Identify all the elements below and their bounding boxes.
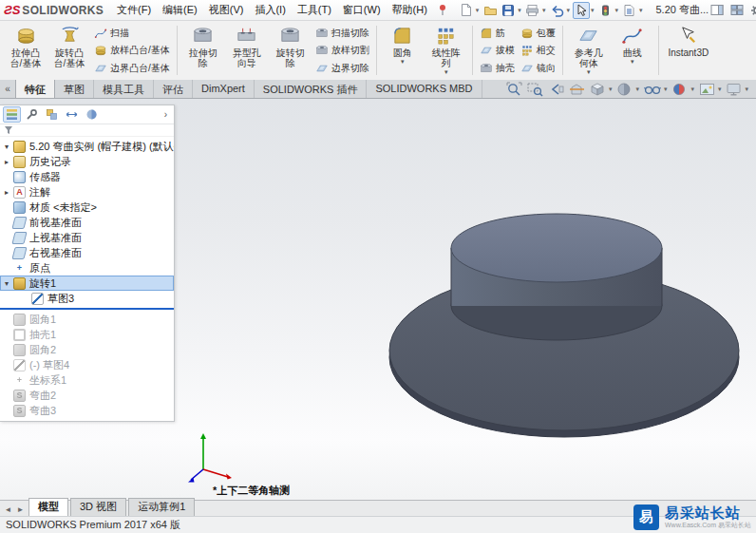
task-pane-icon[interactable] [709,2,726,19]
dimxpert-manager-tab-icon[interactable] [63,106,81,123]
tab-dimxpert[interactable]: DimXpert [193,80,255,98]
reference-geometry-button[interactable]: 参考几 何体 ▾ [567,22,611,79]
tree-item-shell1[interactable]: 抽壳1 [0,327,174,342]
tree-item-annotations[interactable]: ▸ A 注解 [0,184,174,200]
feature-manager-tab-icon[interactable] [3,106,21,123]
sweep-button[interactable]: 扫描 [91,25,173,41]
wrap-button[interactable]: 包覆 [518,25,558,41]
tree-item-fillet2[interactable]: 圆角2 [0,342,174,357]
hole-wizard-button[interactable]: 异型孔 向导 [225,22,269,79]
display-style-icon[interactable] [614,81,634,98]
menu-help[interactable]: 帮助(H) [387,0,433,20]
dropdown-caret[interactable]: ▾ [542,7,546,14]
dropdown-caret[interactable]: ▾ [614,7,618,14]
dropdown-caret[interactable]: ▾ [631,58,634,65]
dropdown-caret[interactable]: ▾ [587,68,591,75]
zoom-area-icon[interactable] [525,81,545,98]
tree-item-history[interactable]: ▸ 历史记录 [0,154,174,169]
pin-menu-icon[interactable] [438,4,447,16]
boundary-cut-button[interactable]: 边界切除 [312,60,372,76]
tree-item-coordsys1[interactable]: + 坐标系1 [0,372,174,388]
dropdown-caret[interactable]: ▾ [591,7,595,14]
draft-button[interactable]: 拔模 [477,43,518,59]
tab-sketch[interactable]: 草图 [55,80,94,98]
display-manager-tab-icon[interactable] [83,106,101,123]
new-document-icon[interactable] [458,2,475,19]
dropdown-caret[interactable]: ▾ [745,86,748,93]
menu-view[interactable]: 视图(V) [203,0,250,20]
lofted-cut-button[interactable]: 放样切割 [312,43,372,59]
property-manager-tab-icon[interactable] [23,106,41,123]
save-icon[interactable] [500,2,517,19]
tab-features[interactable]: 特征 [15,80,55,98]
expand-arrow[interactable]: ▸ [5,158,13,166]
edit-appearance-icon[interactable] [670,81,690,98]
extrude-boss-button[interactable]: 拉伸凸 台/基体 [4,22,47,79]
tree-item-sketch4[interactable]: (-) 草图4 [0,357,174,372]
expand-arrow[interactable]: ▸ [5,188,13,197]
hide-show-items-icon[interactable] [642,81,663,98]
print-icon[interactable] [524,2,541,19]
fillet-button[interactable]: 圆角 ▾ [381,22,425,79]
configuration-manager-tab-icon[interactable] [43,106,61,123]
loft-button[interactable]: 放样凸台/基体 [91,43,173,59]
tree-item-revolve1[interactable]: ▾ 旋转1 [0,276,174,291]
view-orientation-icon[interactable] [588,81,608,98]
undo-icon[interactable] [548,2,565,19]
tree-item-right-plane[interactable]: 右视基准面 [0,245,174,260]
menu-edit[interactable]: 编辑(E) [157,0,203,20]
tree-item-material[interactable]: 材质 <未指定> [0,200,174,215]
rollback-bar[interactable] [0,308,174,310]
tree-item-flex2[interactable]: S 弯曲2 [0,388,174,403]
select-arrow-icon[interactable] [573,2,590,19]
tab-addins[interactable]: SOLIDWORKS 插件 [255,80,368,98]
boundary-boss-button[interactable]: 边界凸台/基体 [91,60,173,76]
tab-mold-tools[interactable]: 模具工具 [94,80,154,98]
tabs-scroll-right-icon[interactable]: ► [14,505,27,516]
collapse-ribbon-icon[interactable]: « [0,80,15,98]
file-properties-icon[interactable] [621,2,638,19]
dropdown-caret[interactable]: ▾ [401,58,405,65]
menu-tools[interactable]: 工具(T) [292,0,337,20]
dropdown-caret[interactable]: ▾ [566,7,570,14]
apply-scene-icon[interactable] [697,81,717,98]
tree-filter-row[interactable] [0,124,174,137]
tree-item-sensors[interactable]: 传感器 [0,169,174,184]
dropdown-caret[interactable]: ▾ [664,86,668,93]
options-gear-icon[interactable] [748,2,756,19]
panel-flyout-arrow[interactable]: › [161,109,171,120]
tree-item-top-plane[interactable]: 上视基准面 [0,230,174,245]
extrude-cut-button[interactable]: 拉伸切 除 [181,22,225,79]
expand-arrow[interactable]: ▾ [5,279,13,288]
menu-file[interactable]: 文件(F) [111,0,157,20]
linear-pattern-button[interactable]: 线性阵 列 ▾ [425,22,468,79]
dropdown-caret[interactable]: ▾ [518,7,521,14]
zoom-fit-icon[interactable] [504,81,524,98]
shell-button[interactable]: 抽壳 [477,60,518,76]
tree-item-flex3[interactable]: S 弯曲3 [0,403,174,418]
curves-button[interactable]: 曲线 ▾ [611,22,654,79]
instant3d-button[interactable]: Instant3D [663,22,714,79]
tab-motion-study[interactable]: 运动算例1 [128,498,195,516]
view-settings-icon[interactable] [724,81,744,98]
tab-3d-views[interactable]: 3D 视图 [70,498,126,516]
swept-cut-button[interactable]: 扫描切除 [312,25,372,41]
dropdown-caret[interactable]: ▾ [639,7,643,14]
rib-button[interactable]: 筋 [477,25,518,41]
tabs-scroll-left-icon[interactable]: ◄ [2,505,14,516]
menu-window[interactable]: 窗口(W) [337,0,387,20]
window-layout-icon[interactable] [728,2,746,19]
previous-view-icon[interactable] [546,81,566,98]
tab-model[interactable]: 模型 [28,498,68,516]
expand-arrow[interactable]: ▾ [5,143,13,151]
revolve-cut-button[interactable]: 旋转切 除 [269,22,312,79]
dropdown-caret[interactable]: ▾ [609,86,613,93]
dropdown-caret[interactable]: ▾ [635,86,639,93]
dropdown-caret[interactable]: ▾ [476,7,480,14]
dropdown-caret[interactable]: ▾ [718,86,722,93]
menu-insert[interactable]: 插入(I) [249,0,291,20]
dropdown-caret[interactable]: ▾ [444,68,448,75]
tree-item-part-root[interactable]: ▾ 5.20 弯曲实例 (帽子建模) (默认<<默认 [0,139,174,154]
tree-item-sketch3[interactable]: 草图3 [0,291,174,306]
tree-item-origin[interactable]: + 原点 [0,260,174,276]
